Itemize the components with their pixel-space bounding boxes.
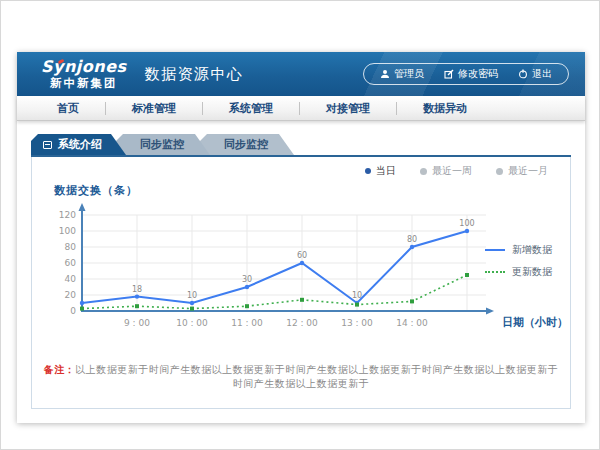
period-option-last-month[interactable]: 最近一月	[496, 164, 548, 178]
change-password-label: 修改密码	[458, 67, 498, 81]
svg-text:13 : 00: 13 : 00	[341, 318, 373, 328]
svg-text:12 : 00: 12 : 00	[286, 318, 318, 328]
series-legend: 新增数据 更新数据	[485, 243, 552, 279]
logo-company-text: 新中新集团	[41, 78, 127, 90]
period-last-week-label: 最近一周	[432, 164, 472, 178]
tab-bar: 系统介绍 同步监控 同步监控	[31, 134, 585, 155]
nav-item-home[interactable]: 首页	[31, 101, 105, 116]
page: { "header": { "logo": { "brand": "Synjon…	[0, 0, 600, 450]
logo-brand-text: Synjones	[41, 59, 127, 75]
svg-text:10: 10	[352, 291, 362, 300]
svg-text:0: 0	[70, 306, 76, 316]
edit-icon	[444, 69, 454, 79]
company-logo: Synjones 新中新集团	[41, 59, 127, 90]
footnote-prefix: 备注：	[44, 364, 76, 375]
nav-item-system-mgmt[interactable]: 系统管理	[203, 101, 299, 116]
svg-text:60: 60	[65, 258, 77, 268]
svg-text:80: 80	[407, 235, 417, 244]
page-title: 数据资源中心	[145, 65, 244, 84]
svg-text:9 : 00: 9 : 00	[124, 318, 150, 328]
content-area: 系统介绍 同步监控 同步监控 当日 最近一周	[17, 121, 585, 423]
header-bar: Synjones 新中新集团 数据资源中心 管理员 修改密码 退出	[17, 52, 585, 96]
svg-text:80: 80	[65, 242, 77, 252]
nav-item-standard-mgmt[interactable]: 标准管理	[106, 101, 202, 116]
svg-text:日期（小时）: 日期（小时）	[502, 316, 568, 329]
svg-text:60: 60	[297, 251, 307, 260]
legend-item-new-data[interactable]: 新增数据	[485, 243, 552, 257]
green-dotted-line-icon	[485, 271, 505, 273]
svg-text:18: 18	[132, 285, 142, 294]
svg-text:10: 10	[187, 291, 197, 300]
app-window: Synjones 新中新集团 数据资源中心 管理员 修改密码 退出 首页 标准管…	[17, 52, 585, 423]
power-icon	[518, 69, 528, 79]
period-last-month-label: 最近一月	[508, 164, 548, 178]
blue-line-icon	[485, 249, 505, 251]
tab-sync-monitor-2-label: 同步监控	[224, 138, 268, 151]
tab-sync-monitor-2[interactable]: 同步监控	[200, 134, 294, 155]
svg-text:20: 20	[65, 290, 77, 300]
svg-text:10 : 00: 10 : 00	[176, 318, 208, 328]
user-icon	[380, 69, 390, 79]
legend-new-data-label: 新增数据	[512, 243, 552, 257]
nav-item-interface-mgmt[interactable]: 对接管理	[300, 101, 396, 116]
footnote-text: 以上数据更新于时间产生数据以上数据更新于时间产生数据以上数据更新于时间产生数据以…	[75, 364, 558, 389]
chart-panel: 当日 最近一周 最近一月 数据交换（条） 0204060801001209 : …	[31, 157, 571, 409]
legend-updated-data-label: 更新数据	[512, 265, 552, 279]
footnote: 备注：以上数据更新于时间产生数据以上数据更新于时间产生数据以上数据更新于时间产生…	[42, 363, 560, 391]
tab-sync-monitor-1-label: 同步监控	[140, 138, 184, 151]
svg-text:40: 40	[65, 274, 77, 284]
document-icon	[43, 141, 52, 149]
admin-user-label: 管理员	[394, 67, 424, 81]
svg-text:100: 100	[459, 219, 474, 228]
tab-system-intro-label: 系统介绍	[58, 134, 102, 155]
period-option-last-week[interactable]: 最近一周	[420, 164, 472, 178]
tab-system-intro[interactable]: 系统介绍	[31, 134, 126, 155]
admin-user-button[interactable]: 管理员	[370, 67, 434, 81]
svg-text:11 : 00: 11 : 00	[231, 318, 263, 328]
logout-label: 退出	[532, 67, 552, 81]
tab-sync-monitor-1[interactable]: 同步监控	[116, 134, 210, 155]
svg-text:100: 100	[59, 226, 76, 236]
period-filter: 当日 最近一周 最近一月	[365, 164, 548, 178]
change-password-button[interactable]: 修改密码	[434, 67, 508, 81]
main-nav: 首页 标准管理 系统管理 对接管理 数据异动	[17, 96, 585, 121]
user-menu: 管理员 修改密码 退出	[363, 63, 569, 85]
svg-text:120: 120	[59, 210, 76, 220]
period-today-label: 当日	[376, 164, 396, 178]
period-option-today[interactable]: 当日	[365, 164, 396, 178]
radio-dot-icon	[420, 168, 427, 175]
logout-button[interactable]: 退出	[508, 67, 562, 81]
legend-item-updated-data[interactable]: 更新数据	[485, 265, 552, 279]
svg-text:30: 30	[242, 275, 252, 284]
nav-item-data-change[interactable]: 数据异动	[397, 101, 493, 116]
radio-dot-icon	[365, 168, 371, 174]
svg-text:14 : 00: 14 : 00	[396, 318, 428, 328]
radio-dot-icon	[496, 168, 503, 175]
